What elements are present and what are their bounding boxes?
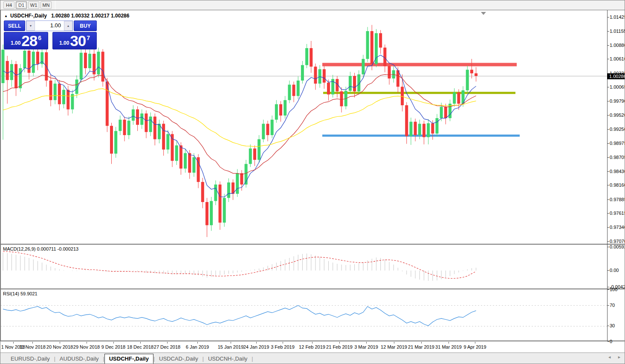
- date-tick: [448, 342, 449, 344]
- timeframe-button-H4[interactable]: H4: [3, 1, 14, 9]
- chart-title: ▲ USDCHF-,Daily 1.00280 1.00332 1.00217 …: [4, 13, 129, 19]
- date-tick: [167, 342, 168, 344]
- date-label: 9 Apr 2019: [463, 344, 486, 350]
- volume-stepper: ▼ 1.00 ▲: [26, 20, 73, 31]
- macd-signal-line: [3, 251, 476, 278]
- tab-audusddaily[interactable]: AUDUSD-,Daily: [55, 354, 103, 363]
- ma-slow-line: [3, 89, 476, 147]
- chart-left-border: [0, 10, 1, 341]
- date-tick: [312, 342, 312, 344]
- timeframe-button-D1[interactable]: D1: [16, 1, 27, 9]
- tab-separator: |: [252, 356, 253, 362]
- price-label: 0.97885: [610, 197, 625, 202]
- ohlc-values: 1.00280 1.00332 1.00217 1.00286: [51, 13, 130, 19]
- tab-eurusddaily[interactable]: EURUSD-,Daily: [6, 354, 54, 363]
- price-label: 1.01155: [610, 29, 625, 34]
- date-tick: [339, 342, 340, 344]
- date-label: 9 Dec 2018: [101, 344, 125, 350]
- resistance-band: [322, 63, 517, 66]
- rsi-plot-area[interactable]: [0, 290, 607, 341]
- date-label: 3 Mar 2019: [354, 344, 378, 350]
- price-label: 1.00065: [610, 84, 625, 90]
- rsi-axis-label: 70: [610, 303, 615, 308]
- tab-scroll-buttons: ◄ ►: [608, 355, 621, 359]
- sell-button[interactable]: SELL: [4, 20, 25, 31]
- ma-mid-line: [3, 75, 476, 175]
- date-label: 31 Mar 2019: [435, 344, 462, 350]
- price-label: 0.99250: [610, 127, 625, 132]
- macd-indicator-label: MACD(12,26,9) 0.000711 -0.000213: [3, 246, 78, 251]
- price-label: 0.99790: [610, 98, 625, 104]
- date-tick: [394, 342, 394, 344]
- macd-histogram: [3, 253, 476, 281]
- date-label: 27 Dec 2018: [154, 344, 180, 350]
- ask-prefix: 1.00: [59, 40, 69, 46]
- chart-shift-icon[interactable]: [481, 12, 486, 15]
- price-label: 0.98430: [610, 169, 625, 174]
- date-tick: [475, 342, 475, 344]
- rsi-axis-label: 100: [610, 287, 617, 292]
- date-tick: [256, 342, 257, 344]
- support-olive: [323, 92, 515, 94]
- bid-big-digits: 28: [21, 33, 37, 48]
- collapse-arrow-icon[interactable]: ▲: [4, 14, 8, 18]
- date-label: 12 Mar 2019: [381, 344, 407, 350]
- price-label: 0.98975: [610, 141, 625, 146]
- price-label: 1.00880: [610, 43, 625, 48]
- candles: [2, 25, 478, 237]
- price-label: 0.97070: [610, 239, 625, 244]
- panel-separator[interactable]: [0, 289, 625, 289]
- price-label: 0.97615: [610, 211, 625, 216]
- rsi-line: [3, 306, 476, 326]
- buy-button[interactable]: BUY: [74, 20, 97, 31]
- date-label: 12 Feb 2019: [299, 344, 325, 350]
- date-tick: [87, 342, 87, 344]
- date-label: 20 Nov 2018: [46, 344, 73, 350]
- ask-big-digits: 30: [70, 33, 86, 48]
- volume-down-button[interactable]: ▼: [26, 21, 35, 31]
- rsi-axis-label: 30: [610, 323, 615, 328]
- date-tick: [197, 342, 198, 344]
- panel-separator[interactable]: [0, 244, 625, 245]
- volume-input[interactable]: 1.00: [35, 21, 64, 31]
- tab-scroll-left-icon[interactable]: ◄: [608, 355, 611, 359]
- date-label: 6 Jan 2019: [186, 344, 209, 350]
- bid-quote-panel[interactable]: 1.00 28 6: [4, 32, 48, 49]
- rsi-indicator-label: RSI(14) 59.9021: [3, 291, 38, 296]
- tab-usdcnhdaily[interactable]: USDCNH-,Daily: [204, 354, 252, 363]
- date-tick: [113, 342, 114, 344]
- bid-prefix: 1.00: [11, 40, 20, 46]
- current-price-tag: 1.00286: [607, 73, 625, 79]
- timeframe-button-MN[interactable]: MN: [41, 1, 52, 9]
- date-label: 24 Jan 2019: [243, 344, 269, 350]
- ma-fast-line: [3, 55, 476, 197]
- panel-separator: [0, 341, 625, 341]
- macd-axis-label: 0.005926: [610, 244, 625, 249]
- volume-up-button[interactable]: ▲: [64, 21, 72, 31]
- price-label: 1.01425: [610, 14, 625, 20]
- toolbar-separator: [55, 0, 55, 10]
- date-label: 29 Nov 2018: [73, 344, 100, 350]
- tab-usdchfdaily[interactable]: USDCHF-,Daily: [104, 354, 153, 364]
- ask-quote-panel[interactable]: 1.00 30 7: [52, 32, 97, 49]
- date-label: 3 Feb 2019: [271, 344, 295, 350]
- tab-usdcaddaily[interactable]: USDCAD-,Daily: [155, 354, 203, 363]
- price-label: 0.98705: [610, 155, 625, 160]
- date-tick: [231, 342, 231, 344]
- price-label: 1.00610: [610, 56, 625, 61]
- price-axis-border: [607, 10, 608, 341]
- macd-plot-area[interactable]: [0, 245, 607, 289]
- timeframe-button-W1[interactable]: W1: [28, 1, 39, 9]
- date-tick: [140, 342, 141, 344]
- rsi-axis-label: 0: [610, 339, 612, 344]
- terminal-window: H4D1W1MN ▲ USDCHF-,Daily 1.00280 1.00332…: [0, 0, 625, 364]
- date-tick: [421, 342, 422, 344]
- tab-scroll-right-icon[interactable]: ►: [617, 355, 621, 359]
- symbol-title: USDCHF-,Daily: [10, 13, 47, 19]
- price-label: 0.97340: [610, 225, 625, 230]
- date-tick: [32, 342, 33, 344]
- date-label: 21 Mar 2019: [408, 344, 434, 350]
- date-tick: [283, 342, 283, 344]
- date-tick: [366, 342, 367, 344]
- bid-pip-digit: 6: [38, 35, 41, 41]
